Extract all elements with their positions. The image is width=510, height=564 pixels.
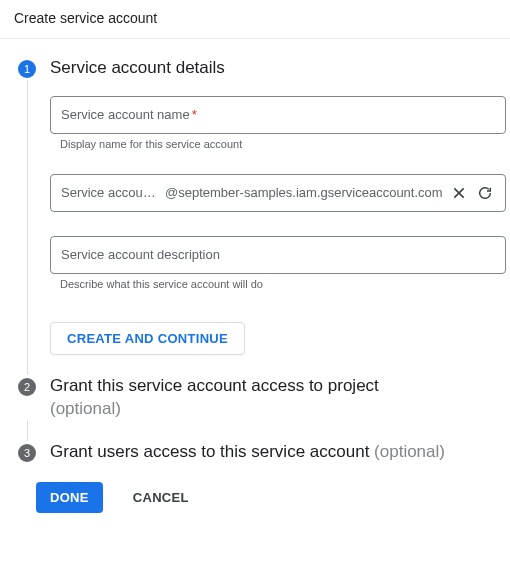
step-1-body: Service account name* Display name for t… [18,80,496,375]
step-3-title: Grant users access to this service accou… [50,441,445,464]
done-button[interactable]: DONE [36,482,103,513]
step-1-title: Service account details [50,57,225,80]
step-2-badge: 2 [18,378,36,396]
step-3-badge: 3 [18,444,36,462]
step-3-header[interactable]: 3 Grant users access to this service acc… [18,441,496,464]
wizard: 1 Service account details Service accoun… [0,39,510,523]
service-account-domain: @september-samples.iam.gserviceaccount.c… [165,185,443,200]
service-account-id-field[interactable]: Service account I... @september-samples.… [50,174,506,212]
field-label: Service account I... [61,185,159,200]
optional-label: (optional) [50,399,121,418]
service-account-name-helper: Display name for this service account [60,138,506,150]
refresh-icon[interactable] [475,183,495,203]
step-1-header: 1 Service account details [18,57,496,80]
service-account-name-field[interactable]: Service account name* [50,96,506,134]
close-icon[interactable] [449,183,469,203]
cancel-button[interactable]: CANCEL [127,489,195,506]
connector [18,80,36,375]
service-account-description-helper: Describe what this service account will … [60,278,506,290]
create-and-continue-button[interactable]: CREATE AND CONTINUE [50,322,245,355]
step-1-badge: 1 [18,60,36,78]
footer: DONE CANCEL [18,464,496,513]
step-2-title: Grant this service account access to pro… [50,375,379,421]
step-2-header[interactable]: 2 Grant this service account access to p… [18,375,496,421]
service-account-description-field[interactable]: Service account description [50,236,506,274]
optional-label: (optional) [374,442,445,461]
connector [18,421,496,441]
field-label: Service account name* [61,107,197,122]
page-header: Create service account [0,0,510,39]
field-label: Service account description [61,247,220,262]
page-title: Create service account [14,10,157,26]
